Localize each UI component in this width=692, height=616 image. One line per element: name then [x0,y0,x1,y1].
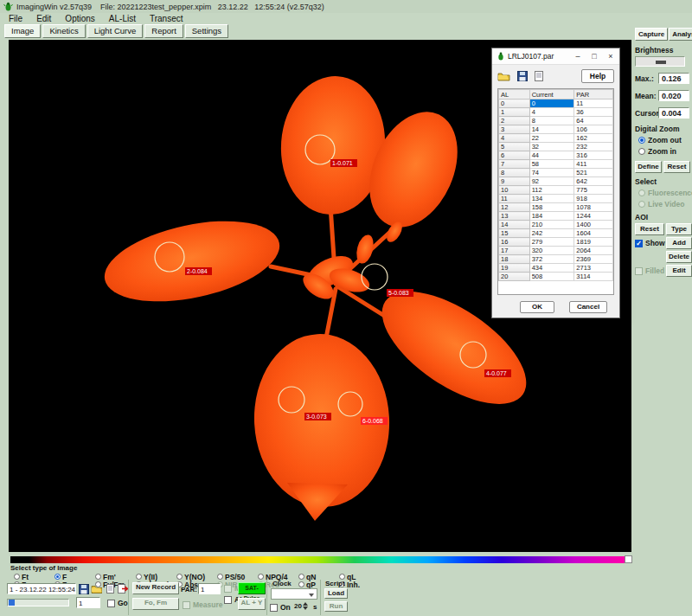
al-cell[interactable]: 8 [499,169,530,177]
export-icon[interactable] [117,583,128,594]
al-cell[interactable]: 1 [499,108,530,117]
current-cell[interactable]: 44 [529,151,574,160]
interval-stepper[interactable]: 20 [290,602,308,610]
current-cell[interactable]: 434 [529,264,574,273]
current-cell[interactable]: 22 [529,134,574,143]
view-tab[interactable]: Report [144,24,183,38]
help-button[interactable]: Help [581,69,614,83]
current-cell[interactable]: 184 [529,212,574,221]
par-cell[interactable]: 3114 [574,273,613,281]
current-cell[interactable]: 112 [529,186,574,195]
par-cell[interactable]: 1078 [574,203,613,212]
menu-item[interactable]: Transect [143,14,190,23]
menu-item[interactable]: Edit [29,14,58,23]
save-record-icon[interactable] [78,583,89,594]
spin-up-icon[interactable] [303,602,308,606]
current-cell[interactable]: 14 [529,125,574,134]
al-cell[interactable]: 12 [499,203,530,212]
current-cell[interactable]: 0 [529,99,574,108]
current-cell[interactable]: 508 [529,273,574,281]
fo-fm-button[interactable]: Fo, Fm [132,598,179,610]
par-cell[interactable]: 775 [574,186,613,195]
par-cell[interactable]: 1244 [574,212,613,221]
par-cell[interactable]: 316 [574,151,613,160]
menu-item[interactable]: AL-List [102,14,143,23]
al-cell[interactable]: 10 [499,186,530,195]
dialog-title-bar[interactable]: LRLJ0107.par – □ × [492,48,619,65]
par-cell[interactable]: 64 [574,117,613,125]
al-cell[interactable]: 5 [499,143,530,151]
al-cell[interactable]: 14 [499,221,530,229]
par-input[interactable]: 1 [198,583,221,594]
aoi-edit-button[interactable]: Edit [666,265,692,277]
view-tab[interactable]: Light Curve [87,24,144,38]
digital-zoom-option[interactable]: Zoom in [638,147,690,156]
current-cell[interactable]: 92 [529,177,574,186]
par-cell[interactable]: 2713 [574,264,613,273]
par-cell[interactable]: 106 [574,125,613,134]
al-cell[interactable]: 6 [499,151,530,160]
par-cell[interactable]: 2369 [574,255,613,264]
menu-item[interactable]: File [2,14,29,23]
al-y-button[interactable]: AL + Y [238,598,266,610]
current-cell[interactable]: 4 [529,108,574,117]
al-cell[interactable]: 11 [499,195,530,203]
record-index-field[interactable]: 1 [76,597,100,608]
al-cell[interactable]: 13 [499,212,530,221]
aoi-delete-button[interactable]: Delete [666,251,692,263]
clock-dropdown[interactable] [271,588,317,600]
current-cell[interactable]: 372 [529,255,574,264]
save-icon[interactable] [517,71,528,81]
par-cell[interactable]: 521 [574,169,613,177]
al-cell[interactable]: 17 [499,247,530,255]
al-cell[interactable]: 15 [499,229,530,238]
par-cell[interactable]: 1604 [574,229,613,238]
par-cell[interactable]: 162 [574,134,613,143]
view-tab[interactable]: Settings [185,24,228,38]
al-cell[interactable]: 2 [499,117,530,125]
view-tab[interactable]: Kinetics [42,24,85,38]
menu-item[interactable]: Options [58,14,101,23]
sat-pulse-button[interactable]: SAT-Pulse [238,582,266,594]
par-cell[interactable]: 918 [574,195,613,203]
measure-checkbox[interactable]: Measure [183,600,223,609]
define-button[interactable]: Define [635,161,662,173]
report-icon[interactable] [105,583,116,594]
select-source-option[interactable]: Fluorescence [638,189,690,197]
aoi-filled-checkbox[interactable]: Filled [635,266,664,275]
maximize-icon[interactable]: □ [587,50,601,63]
par-cell[interactable]: 642 [574,177,613,186]
document-icon[interactable] [535,71,543,81]
current-cell[interactable]: 58 [529,160,574,169]
current-cell[interactable]: 210 [529,221,574,229]
panel-tab[interactable]: Capture [635,28,668,41]
cancel-button[interactable]: Cancel [569,301,607,313]
aoi-add-button[interactable]: Add [666,237,692,249]
slider-thumb-icon[interactable] [9,600,15,606]
current-cell[interactable]: 134 [529,195,574,203]
go-checkbox[interactable]: Go [107,599,128,607]
aoi-reset-button[interactable]: Reset [635,223,664,235]
current-cell[interactable]: 8 [529,117,574,125]
aoi-circle[interactable] [362,264,388,290]
al-cell[interactable]: 3 [499,125,530,134]
minimize-icon[interactable]: – [571,50,585,63]
digital-zoom-option[interactable]: Zoom out [638,136,690,144]
view-tab[interactable]: Image [4,24,41,38]
select-source-option[interactable]: Live Video [638,200,690,209]
record-field[interactable]: 1 - 23.12.22 12:55:24 [7,583,76,594]
spin-down-icon[interactable] [303,606,308,610]
current-cell[interactable]: 74 [529,169,574,177]
clock-on-checkbox[interactable]: On [270,603,291,612]
current-cell[interactable]: 279 [529,238,574,247]
current-cell[interactable]: 242 [529,229,574,238]
panel-tab[interactable]: Analysis [669,28,692,41]
par-cell[interactable]: 11 [574,99,613,108]
al-cell[interactable]: 4 [499,134,530,143]
par-cell[interactable]: 411 [574,160,613,169]
al-cell[interactable]: 9 [499,177,530,186]
par-cell[interactable]: 1819 [574,238,613,247]
current-cell[interactable]: 320 [529,247,574,255]
close-icon[interactable]: × [604,50,618,63]
script-run-button[interactable]: Run [324,601,348,612]
